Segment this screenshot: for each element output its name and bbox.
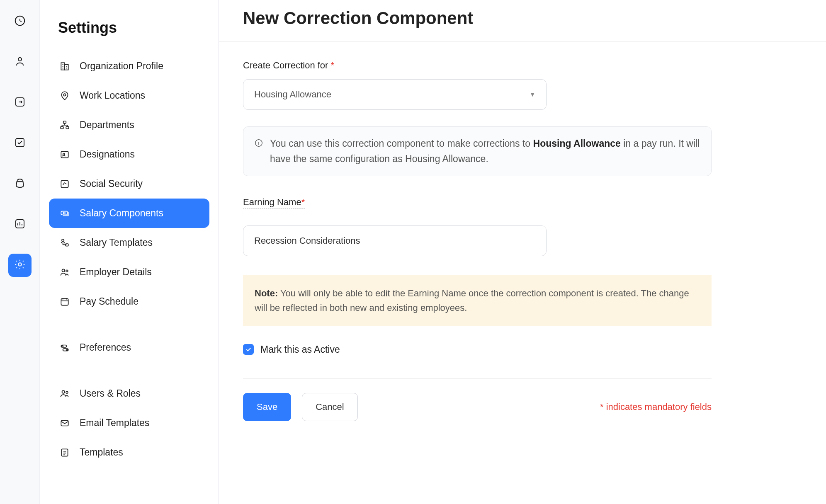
sidebar-item-label: Email Templates (80, 417, 149, 429)
gear-icon (14, 258, 26, 273)
page-title: New Correction Component (243, 8, 826, 28)
actions-row: Save Cancel * indicates mandatory fields (243, 393, 712, 421)
svg-point-27 (66, 391, 68, 393)
money-stack-icon (59, 208, 70, 219)
sidebar-item-templates[interactable]: Templates (49, 438, 209, 467)
id-card-icon (59, 149, 70, 160)
mandatory-note: * indicates mandatory fields (600, 402, 712, 412)
svg-point-17 (62, 239, 64, 241)
svg-point-5 (18, 263, 22, 266)
svg-rect-10 (61, 126, 63, 128)
svg-rect-21 (61, 298, 68, 305)
svg-rect-28 (61, 420, 68, 426)
nav-settings[interactable] (8, 254, 32, 277)
people-icon (59, 267, 70, 278)
info-box: You can use this correction component to… (243, 126, 712, 176)
active-label: Mark this as Active (260, 344, 340, 355)
sidebar-item-pay-schedule[interactable]: Pay Schedule (49, 287, 209, 316)
create-for-select[interactable]: Housing Allowance ▼ (243, 79, 547, 110)
mail-icon (59, 418, 70, 429)
nav-tasks[interactable] (8, 132, 32, 155)
calendar-icon (59, 296, 70, 307)
chart-icon (14, 218, 26, 232)
sidebar-item-label: Work Locations (80, 90, 145, 101)
nav-finance[interactable] (8, 172, 32, 196)
sidebar-item-departments[interactable]: Departments (49, 110, 209, 140)
svg-point-25 (66, 349, 68, 350)
icon-rail (0, 0, 40, 504)
clock-icon (14, 15, 26, 29)
svg-point-13 (63, 153, 65, 155)
earning-name-input[interactable] (243, 225, 547, 256)
note-box: Note: You will only be able to edit the … (243, 275, 712, 326)
sidebar-item-social-security[interactable]: Social Security (49, 169, 209, 199)
checkbox-checked-icon (243, 344, 254, 355)
sidebar-item-email-templates[interactable]: Email Templates (49, 408, 209, 438)
sidebar-item-preferences[interactable]: Preferences (49, 333, 209, 362)
svg-rect-7 (65, 64, 68, 70)
arrow-box-icon (14, 96, 26, 110)
nav-reports[interactable] (8, 213, 32, 236)
svg-point-16 (63, 212, 65, 213)
document-icon (59, 447, 70, 458)
select-value: Housing Allowance (254, 89, 331, 100)
svg-rect-14 (61, 180, 68, 187)
info-icon (254, 136, 263, 152)
user-icon (14, 55, 26, 70)
svg-rect-9 (63, 121, 66, 123)
bag-icon (14, 177, 26, 191)
svg-point-26 (62, 390, 65, 393)
sidebar-item-employer-details[interactable]: Employer Details (49, 257, 209, 287)
active-checkbox-row[interactable]: Mark this as Active (243, 344, 802, 355)
sidebar-item-label: Templates (80, 447, 123, 458)
toggles-icon (59, 342, 70, 353)
cancel-button[interactable]: Cancel (302, 393, 357, 421)
create-for-label: Create Correction for * (243, 60, 802, 71)
settings-sidebar: Settings Organization Profile Work Locat… (40, 0, 219, 504)
svg-rect-11 (66, 126, 69, 128)
sidebar-item-label: Organization Profile (80, 61, 163, 72)
svg-rect-15 (61, 211, 67, 215)
checkbox-icon (14, 136, 26, 151)
main-panel: New Correction Component Create Correcti… (219, 0, 826, 504)
sidebar-item-work-locations[interactable]: Work Locations (49, 81, 209, 110)
sidebar-item-label: Departments (80, 119, 134, 131)
required-asterisk: * (331, 60, 335, 70)
nav-dashboard[interactable] (8, 10, 32, 33)
sidebar-item-label: Designations (80, 149, 135, 160)
location-icon (59, 90, 70, 101)
org-tree-icon (59, 120, 70, 131)
info-text: You can use this correction component to… (270, 136, 700, 167)
building-icon (59, 61, 70, 72)
sidebar-item-label: Salary Components (80, 208, 163, 219)
settings-title: Settings (58, 19, 209, 36)
nav-export[interactable] (8, 91, 32, 114)
svg-point-8 (63, 94, 66, 96)
svg-point-1 (18, 58, 22, 61)
sidebar-item-org-profile[interactable]: Organization Profile (49, 51, 209, 81)
sidebar-item-label: Preferences (80, 342, 131, 353)
sidebar-item-label: Social Security (80, 178, 143, 189)
sidebar-item-label: Salary Templates (80, 237, 153, 248)
earning-name-label: Earning Name* (243, 197, 305, 209)
svg-point-19 (62, 269, 65, 272)
svg-point-23 (62, 345, 63, 346)
divider (243, 378, 712, 379)
sidebar-item-label: Pay Schedule (80, 296, 138, 307)
sidebar-item-designations[interactable]: Designations (49, 140, 209, 169)
svg-point-20 (66, 270, 68, 272)
user-tree-icon (59, 237, 70, 248)
users-icon (59, 388, 70, 399)
save-button[interactable]: Save (243, 393, 291, 421)
sidebar-item-users-roles[interactable]: Users & Roles (49, 379, 209, 408)
nav-people[interactable] (8, 51, 32, 74)
main-header: New Correction Component (219, 0, 826, 42)
sidebar-item-label: Employer Details (80, 267, 152, 278)
shield-icon (59, 179, 70, 189)
sidebar-item-label: Users & Roles (80, 388, 141, 399)
chevron-down-icon: ▼ (530, 91, 535, 98)
form-area: Create Correction for * Housing Allowanc… (219, 42, 826, 421)
sidebar-item-salary-templates[interactable]: Salary Templates (49, 228, 209, 257)
required-asterisk: * (301, 197, 305, 207)
sidebar-item-salary-components[interactable]: Salary Components (49, 199, 209, 228)
